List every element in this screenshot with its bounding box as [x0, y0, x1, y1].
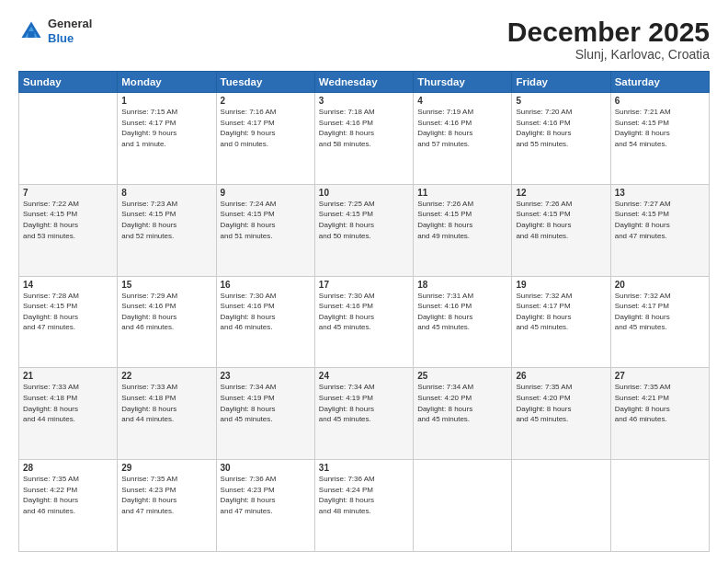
weekday-header-saturday: Saturday	[610, 72, 709, 93]
calendar-cell: 31Sunrise: 7:36 AM Sunset: 4:24 PM Dayli…	[314, 460, 413, 552]
day-number: 26	[516, 371, 606, 381]
day-number: 2	[221, 96, 311, 106]
calendar-week-5: 28Sunrise: 7:35 AM Sunset: 4:22 PM Dayli…	[19, 460, 710, 552]
calendar-cell: 30Sunrise: 7:36 AM Sunset: 4:23 PM Dayli…	[216, 460, 314, 552]
calendar-cell: 3Sunrise: 7:18 AM Sunset: 4:16 PM Daylig…	[314, 93, 413, 185]
cell-details: Sunrise: 7:34 AM Sunset: 4:20 PM Dayligh…	[417, 382, 507, 424]
day-number: 20	[615, 280, 705, 290]
calendar-week-1: 1Sunrise: 7:15 AM Sunset: 4:17 PM Daylig…	[19, 93, 710, 185]
day-number: 30	[221, 463, 311, 473]
svg-rect-2	[28, 31, 35, 38]
calendar-cell: 17Sunrise: 7:30 AM Sunset: 4:16 PM Dayli…	[314, 276, 413, 368]
day-number: 17	[319, 280, 409, 290]
cell-details: Sunrise: 7:36 AM Sunset: 4:23 PM Dayligh…	[221, 474, 311, 516]
calendar-week-3: 14Sunrise: 7:28 AM Sunset: 4:15 PM Dayli…	[19, 276, 710, 368]
day-number: 21	[23, 371, 113, 381]
cell-details: Sunrise: 7:15 AM Sunset: 4:17 PM Dayligh…	[121, 107, 211, 149]
calendar-cell: 2Sunrise: 7:16 AM Sunset: 4:17 PM Daylig…	[216, 93, 314, 185]
day-number: 4	[417, 96, 507, 106]
day-number: 8	[121, 188, 211, 198]
calendar-week-2: 7Sunrise: 7:22 AM Sunset: 4:15 PM Daylig…	[19, 184, 710, 276]
cell-details: Sunrise: 7:35 AM Sunset: 4:21 PM Dayligh…	[615, 382, 705, 424]
cell-details: Sunrise: 7:21 AM Sunset: 4:15 PM Dayligh…	[615, 107, 705, 149]
cell-details: Sunrise: 7:23 AM Sunset: 4:15 PM Dayligh…	[121, 199, 211, 241]
weekday-header-wednesday: Wednesday	[314, 72, 413, 93]
day-number: 5	[516, 96, 606, 106]
day-number: 29	[121, 463, 211, 473]
day-number: 6	[615, 96, 705, 106]
page: General Blue December 2025 Slunj, Karlov…	[0, 0, 728, 563]
day-number: 23	[221, 371, 311, 381]
calendar-cell: 28Sunrise: 7:35 AM Sunset: 4:22 PM Dayli…	[19, 460, 118, 552]
day-number: 3	[319, 96, 409, 106]
day-number: 13	[615, 188, 705, 198]
month-title: December 2025	[507, 17, 710, 47]
calendar-cell: 29Sunrise: 7:35 AM Sunset: 4:23 PM Dayli…	[118, 460, 216, 552]
day-number: 9	[221, 188, 311, 198]
calendar-week-4: 21Sunrise: 7:33 AM Sunset: 4:18 PM Dayli…	[19, 368, 710, 460]
cell-details: Sunrise: 7:33 AM Sunset: 4:18 PM Dayligh…	[121, 382, 211, 424]
day-number: 11	[417, 188, 507, 198]
day-number: 12	[516, 188, 606, 198]
title-block: December 2025 Slunj, Karlovac, Croatia	[507, 17, 710, 62]
cell-details: Sunrise: 7:28 AM Sunset: 4:15 PM Dayligh…	[23, 291, 113, 333]
calendar-cell: 25Sunrise: 7:34 AM Sunset: 4:20 PM Dayli…	[414, 368, 512, 460]
calendar-cell: 21Sunrise: 7:33 AM Sunset: 4:18 PM Dayli…	[19, 368, 118, 460]
day-number: 22	[121, 371, 211, 381]
day-number: 15	[121, 280, 211, 290]
day-number: 14	[23, 280, 113, 290]
cell-details: Sunrise: 7:32 AM Sunset: 4:17 PM Dayligh…	[615, 291, 705, 333]
weekday-header-thursday: Thursday	[414, 72, 512, 93]
calendar-cell	[414, 460, 512, 552]
calendar-cell: 13Sunrise: 7:27 AM Sunset: 4:15 PM Dayli…	[610, 184, 709, 276]
calendar-cell	[512, 460, 610, 552]
day-number: 25	[417, 371, 507, 381]
calendar-cell	[610, 460, 709, 552]
calendar-cell: 23Sunrise: 7:34 AM Sunset: 4:19 PM Dayli…	[216, 368, 314, 460]
cell-details: Sunrise: 7:26 AM Sunset: 4:15 PM Dayligh…	[516, 199, 606, 241]
calendar-cell: 26Sunrise: 7:35 AM Sunset: 4:20 PM Dayli…	[512, 368, 610, 460]
calendar-cell: 5Sunrise: 7:20 AM Sunset: 4:16 PM Daylig…	[512, 93, 610, 185]
day-number: 24	[319, 371, 409, 381]
calendar-cell: 1Sunrise: 7:15 AM Sunset: 4:17 PM Daylig…	[118, 93, 216, 185]
cell-details: Sunrise: 7:35 AM Sunset: 4:20 PM Dayligh…	[516, 382, 606, 424]
weekday-header-sunday: Sunday	[19, 72, 118, 93]
day-number: 1	[121, 96, 211, 106]
cell-details: Sunrise: 7:31 AM Sunset: 4:16 PM Dayligh…	[417, 291, 507, 333]
calendar-cell: 6Sunrise: 7:21 AM Sunset: 4:15 PM Daylig…	[610, 93, 709, 185]
weekday-header-monday: Monday	[118, 72, 216, 93]
calendar-cell: 24Sunrise: 7:34 AM Sunset: 4:19 PM Dayli…	[314, 368, 413, 460]
day-number: 19	[516, 280, 606, 290]
calendar-cell: 27Sunrise: 7:35 AM Sunset: 4:21 PM Dayli…	[610, 368, 709, 460]
calendar-cell: 10Sunrise: 7:25 AM Sunset: 4:15 PM Dayli…	[314, 184, 413, 276]
calendar-table: SundayMondayTuesdayWednesdayThursdayFrid…	[18, 71, 710, 552]
day-number: 18	[417, 280, 507, 290]
cell-details: Sunrise: 7:18 AM Sunset: 4:16 PM Dayligh…	[319, 107, 409, 149]
day-number: 16	[221, 280, 311, 290]
cell-details: Sunrise: 7:20 AM Sunset: 4:16 PM Dayligh…	[516, 107, 606, 149]
cell-details: Sunrise: 7:25 AM Sunset: 4:15 PM Dayligh…	[319, 199, 409, 241]
logo-text: General Blue	[48, 17, 92, 45]
day-number: 7	[23, 188, 113, 198]
cell-details: Sunrise: 7:36 AM Sunset: 4:24 PM Dayligh…	[319, 474, 409, 516]
cell-details: Sunrise: 7:34 AM Sunset: 4:19 PM Dayligh…	[221, 382, 311, 424]
calendar-cell: 19Sunrise: 7:32 AM Sunset: 4:17 PM Dayli…	[512, 276, 610, 368]
logo-icon	[18, 18, 44, 44]
cell-details: Sunrise: 7:16 AM Sunset: 4:17 PM Dayligh…	[221, 107, 311, 149]
calendar-cell: 4Sunrise: 7:19 AM Sunset: 4:16 PM Daylig…	[414, 93, 512, 185]
cell-details: Sunrise: 7:24 AM Sunset: 4:15 PM Dayligh…	[221, 199, 311, 241]
cell-details: Sunrise: 7:22 AM Sunset: 4:15 PM Dayligh…	[23, 199, 113, 241]
calendar-cell: 9Sunrise: 7:24 AM Sunset: 4:15 PM Daylig…	[216, 184, 314, 276]
day-number: 31	[319, 463, 409, 473]
weekday-header-row: SundayMondayTuesdayWednesdayThursdayFrid…	[19, 72, 710, 93]
cell-details: Sunrise: 7:34 AM Sunset: 4:19 PM Dayligh…	[319, 382, 409, 424]
calendar-cell: 15Sunrise: 7:29 AM Sunset: 4:16 PM Dayli…	[118, 276, 216, 368]
cell-details: Sunrise: 7:27 AM Sunset: 4:15 PM Dayligh…	[615, 199, 705, 241]
calendar-cell: 11Sunrise: 7:26 AM Sunset: 4:15 PM Dayli…	[414, 184, 512, 276]
calendar-cell: 14Sunrise: 7:28 AM Sunset: 4:15 PM Dayli…	[19, 276, 118, 368]
calendar-cell: 18Sunrise: 7:31 AM Sunset: 4:16 PM Dayli…	[414, 276, 512, 368]
calendar-cell: 20Sunrise: 7:32 AM Sunset: 4:17 PM Dayli…	[610, 276, 709, 368]
cell-details: Sunrise: 7:30 AM Sunset: 4:16 PM Dayligh…	[221, 291, 311, 333]
calendar-cell	[19, 93, 118, 185]
location: Slunj, Karlovac, Croatia	[507, 47, 710, 62]
